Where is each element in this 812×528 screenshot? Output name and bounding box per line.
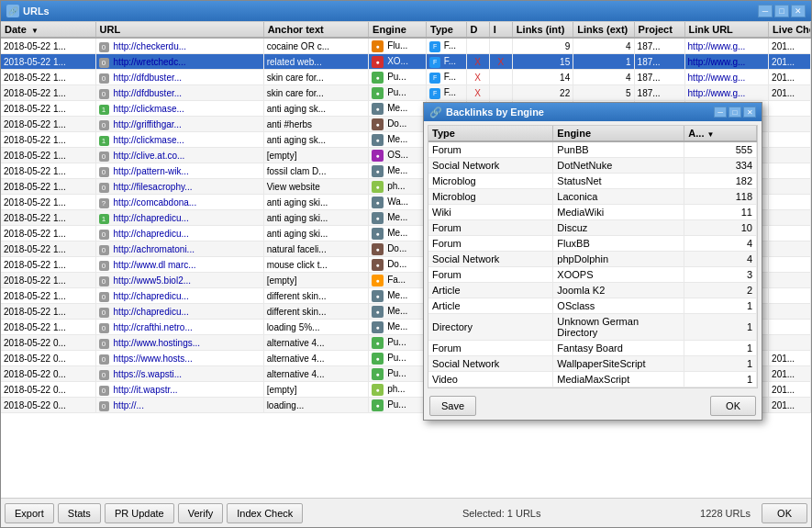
- col-header-url[interactable]: URL: [95, 22, 263, 38]
- cell-links-ext: 4: [573, 38, 634, 54]
- modal-table-row[interactable]: Article OSclass 1: [428, 298, 757, 314]
- modal-cell-engine: Laconica: [553, 189, 684, 205]
- export-button[interactable]: Export: [5, 503, 54, 523]
- engine-label: Pu...: [387, 353, 406, 363]
- modal-cell-type: Social Network: [428, 158, 553, 174]
- cell-url: 1 http://clickmase...: [95, 101, 263, 117]
- engine-label: Me...: [387, 212, 407, 222]
- cell-anchor: fossil clam D...: [263, 163, 368, 179]
- modal-table-row[interactable]: Article Joomla K2 2: [428, 283, 757, 298]
- pr-update-button[interactable]: PR Update: [105, 503, 174, 523]
- maximize-button[interactable]: □: [774, 5, 789, 17]
- table-row[interactable]: 2018-05-22 1... 0 http://dfdbuster... sk…: [1, 70, 811, 85]
- modal-table-row[interactable]: Directory Unknown German Directory 1: [428, 314, 757, 341]
- cell-engine: ● Me...: [369, 288, 427, 304]
- cell-date: 2018-05-22 0...: [1, 398, 95, 413]
- modal-table-row[interactable]: Forum Discuz 10: [428, 220, 757, 236]
- engine-icon: ●: [372, 337, 384, 349]
- cell-project: 187...: [634, 85, 684, 101]
- index-check-button[interactable]: Index Check: [227, 503, 303, 523]
- col-header-live[interactable]: Live Che...: [769, 22, 811, 38]
- verify-button[interactable]: Verify: [178, 503, 224, 523]
- modal-table-row[interactable]: Video MediaMaxScript 1: [428, 372, 757, 388]
- badge: 0: [99, 292, 109, 302]
- col-header-i[interactable]: I: [489, 22, 512, 38]
- col-header-anchor[interactable]: Anchor text: [263, 22, 368, 38]
- cell-live: 201...: [769, 85, 811, 101]
- col-header-date[interactable]: Date ▼: [1, 22, 95, 38]
- modal-cell-count: 1: [684, 314, 757, 341]
- stats-button[interactable]: Stats: [58, 503, 101, 523]
- url-text: http://clickmase...: [114, 104, 184, 114]
- cell-date: 2018-05-22 0...: [1, 366, 95, 382]
- engine-label: Pu...: [387, 337, 406, 347]
- badge: 0: [99, 370, 109, 380]
- table-row[interactable]: 2018-05-22 1... 0 http://checkerdu... co…: [1, 38, 811, 54]
- cell-date: 2018-05-22 1...: [1, 148, 95, 163]
- cell-anchor: related web...: [263, 54, 368, 70]
- cell-date: 2018-05-22 1...: [1, 132, 95, 148]
- engine-icon: ●: [372, 56, 384, 68]
- modal-table-row[interactable]: Forum Fantasy Board 1: [428, 341, 757, 356]
- cell-date: 2018-05-22 1...: [1, 257, 95, 273]
- modal-table-row[interactable]: Forum PunBB 555: [428, 141, 757, 158]
- col-header-link-url[interactable]: Link URL: [684, 22, 769, 38]
- modal-table-container: Type Engine A... ▼ Forum PunBB 555 Socia…: [428, 125, 758, 388]
- modal-table-row[interactable]: Social Network phpDolphin 4: [428, 252, 757, 267]
- engine-label: XO...: [387, 56, 408, 66]
- cell-anchor: anti aging ski...: [263, 226, 368, 242]
- cell-anchor: mouse click t...: [263, 257, 368, 273]
- table-row[interactable]: 2018-05-22 1... 0 http://dfdbuster... sk…: [1, 85, 811, 101]
- cell-url: 0 http://www.dl marc...: [95, 257, 263, 273]
- cell-live: 201...: [769, 38, 811, 54]
- cell-url: 0 http://filesacrophy...: [95, 179, 263, 195]
- engine-label: ph...: [387, 181, 405, 191]
- engine-label: Do...: [387, 243, 406, 253]
- modal-ok-button[interactable]: OK: [710, 396, 756, 416]
- col-header-engine[interactable]: Engine: [369, 22, 427, 38]
- modal-maximize-button[interactable]: □: [729, 107, 741, 118]
- col-header-d[interactable]: D: [466, 22, 489, 38]
- modal-table-row[interactable]: Social Network DotNetNuke 334: [428, 158, 757, 174]
- modal-table-row[interactable]: Wiki MediaWiki 11: [428, 205, 757, 220]
- modal-close-button[interactable]: ✕: [743, 107, 756, 118]
- badge: 0: [99, 42, 109, 52]
- col-header-project[interactable]: Project: [634, 22, 684, 38]
- cell-anchor: [empty]: [263, 382, 368, 398]
- col-header-links-ext[interactable]: Links (ext): [573, 22, 634, 38]
- modal-cell-engine: DotNetNuke: [553, 158, 684, 174]
- ok-button[interactable]: OK: [762, 503, 807, 523]
- cell-engine: ● Wa...: [369, 195, 427, 210]
- modal-minimize-button[interactable]: ─: [714, 107, 727, 118]
- col-header-links-int[interactable]: Links (int): [512, 22, 573, 38]
- badge: 1: [99, 105, 109, 115]
- modal-table-row[interactable]: Microblog Laconica 118: [428, 189, 757, 205]
- modal-cell-count: 334: [684, 158, 757, 174]
- modal-table-row[interactable]: Forum XOOPS 3: [428, 267, 757, 283]
- table-row[interactable]: 2018-05-22 1... 0 http://wretchedc... re…: [1, 54, 811, 70]
- modal-save-button[interactable]: Save: [429, 396, 476, 416]
- badge: 0: [99, 167, 109, 177]
- cell-engine: ● Do...: [369, 242, 427, 257]
- modal-table-row[interactable]: Social Network WallpaperSiteScript 1: [428, 356, 757, 372]
- modal-col-engine[interactable]: Engine: [553, 126, 684, 141]
- close-button[interactable]: ✕: [791, 5, 806, 17]
- modal-cell-engine: Joomla K2: [553, 283, 684, 298]
- modal-cell-count: 118: [684, 189, 757, 205]
- modal-table-row[interactable]: Forum FluxBB 4: [428, 236, 757, 252]
- cell-live: 201...: [769, 398, 811, 413]
- engine-icon: ●: [372, 353, 384, 365]
- modal-cell-count: 555: [684, 141, 757, 158]
- cell-engine: ● Me...: [369, 101, 427, 117]
- modal-table-row[interactable]: Microblog StatusNet 182: [428, 174, 757, 189]
- minimize-button[interactable]: ─: [758, 5, 773, 17]
- cell-engine: ● Pu...: [369, 366, 427, 382]
- engine-icon: ●: [372, 290, 384, 302]
- cell-links-int: 9: [512, 38, 573, 54]
- modal-col-type[interactable]: Type: [428, 126, 553, 141]
- modal-cell-type: Social Network: [428, 356, 553, 372]
- modal-cell-type: Video: [428, 372, 553, 388]
- col-header-type[interactable]: Type: [427, 22, 466, 38]
- cell-url: 1 http://clickmase...: [95, 132, 263, 148]
- modal-col-count[interactable]: A... ▼: [684, 126, 757, 141]
